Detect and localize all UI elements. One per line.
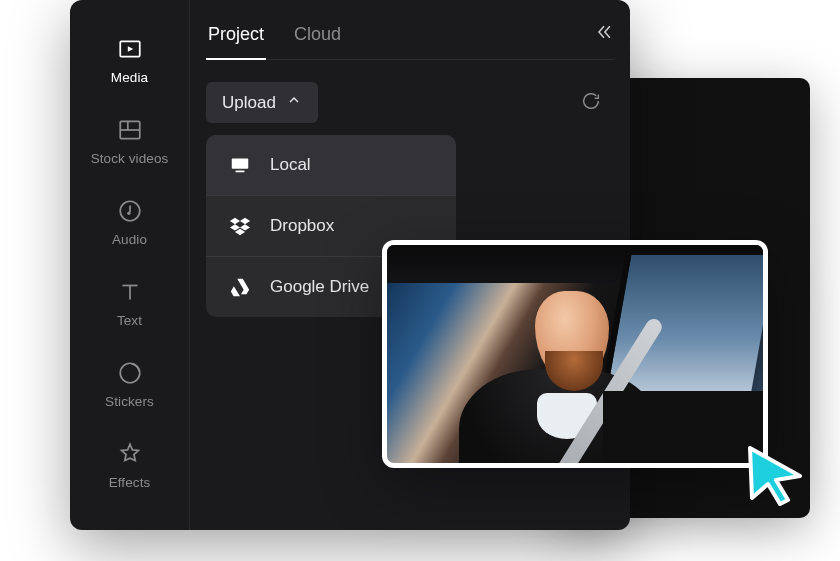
sidebar-item-stock-videos[interactable]: Stock videos bbox=[70, 105, 189, 186]
upload-button[interactable]: Upload bbox=[206, 82, 318, 123]
menu-item-label: Google Drive bbox=[270, 277, 369, 297]
collapse-panel-button[interactable] bbox=[594, 22, 614, 56]
sidebar: Media Stock videos Audio Text Stickers bbox=[70, 0, 190, 530]
chevron-up-icon bbox=[286, 92, 302, 113]
sidebar-item-label: Text bbox=[117, 313, 142, 328]
sidebar-item-audio[interactable]: Audio bbox=[70, 186, 189, 267]
sidebar-item-label: Effects bbox=[109, 475, 151, 490]
monitor-icon bbox=[228, 153, 252, 177]
sidebar-item-label: Media bbox=[111, 70, 148, 85]
sidebar-item-stickers[interactable]: Stickers bbox=[70, 348, 189, 429]
tab-cloud[interactable]: Cloud bbox=[292, 18, 343, 59]
sidebar-item-effects[interactable]: Effects bbox=[70, 429, 189, 510]
upload-button-label: Upload bbox=[222, 93, 276, 113]
menu-item-label: Dropbox bbox=[270, 216, 334, 236]
media-icon bbox=[117, 36, 143, 62]
sidebar-item-label: Audio bbox=[112, 232, 147, 247]
sidebar-item-label: Stickers bbox=[105, 394, 154, 409]
effects-icon bbox=[117, 441, 143, 467]
stock-videos-icon bbox=[117, 117, 143, 143]
svg-point-5 bbox=[127, 211, 130, 214]
tab-project[interactable]: Project bbox=[206, 18, 266, 59]
tabs-row: Project Cloud bbox=[206, 18, 614, 60]
stickers-icon bbox=[117, 360, 143, 386]
media-thumbnail[interactable] bbox=[382, 240, 768, 468]
refresh-button[interactable] bbox=[574, 84, 608, 122]
sidebar-item-media[interactable]: Media bbox=[70, 24, 189, 105]
sidebar-item-label: Stock videos bbox=[91, 151, 169, 166]
text-icon bbox=[117, 279, 143, 305]
dropbox-icon bbox=[228, 214, 252, 238]
menu-item-label: Local bbox=[270, 155, 311, 175]
google-drive-icon bbox=[228, 275, 252, 299]
cursor-pointer-icon bbox=[744, 442, 808, 506]
upload-option-local[interactable]: Local bbox=[206, 135, 456, 195]
sidebar-item-text[interactable]: Text bbox=[70, 267, 189, 348]
audio-icon bbox=[117, 198, 143, 224]
svg-rect-9 bbox=[232, 159, 249, 169]
svg-rect-10 bbox=[235, 171, 244, 173]
toolbar: Upload bbox=[206, 82, 614, 123]
